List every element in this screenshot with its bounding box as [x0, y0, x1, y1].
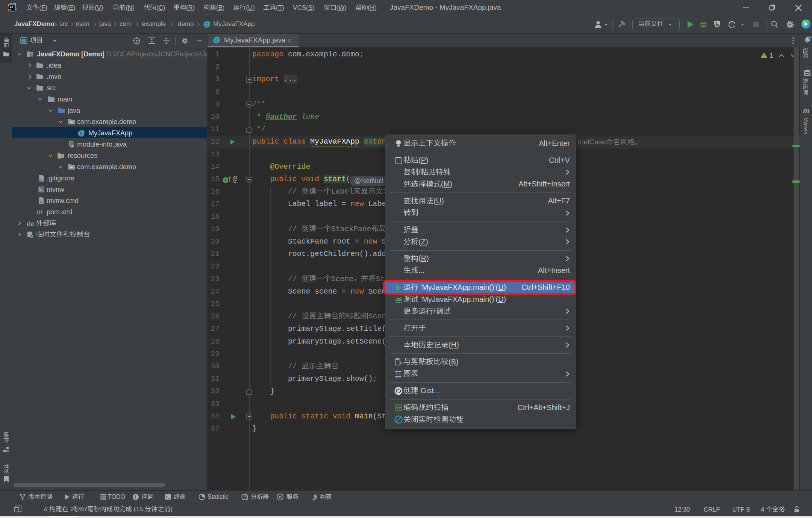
svg-text:IJ: IJ	[10, 6, 13, 9]
svg-text:C: C	[80, 131, 83, 136]
svg-text:C: C	[206, 22, 208, 27]
svg-text:C: C	[215, 38, 218, 43]
svg-text:J: J	[71, 144, 73, 147]
